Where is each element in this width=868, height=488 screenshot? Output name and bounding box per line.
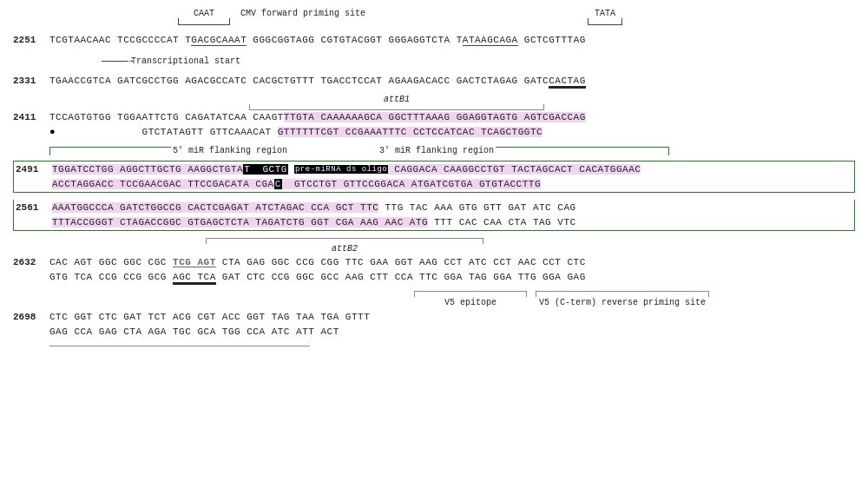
seq-text-2698a: CTC GGT CTC GAT TCT ACG CGT ACC GGT TAG … [49, 310, 370, 325]
transcriptional-start-label: Transcriptional start [131, 56, 240, 66]
tata-annotation: TATA [588, 9, 622, 25]
cmv-label: CMV forward priming site [240, 9, 365, 18]
v5-annotation-row: V5 epitope V5 (C-term) reverse priming s… [49, 291, 855, 308]
attb1-row: attB1 [49, 95, 855, 110]
seq-line-2491b: ACCTAGGACC TCCGAACGAC TTCCGACATA CGAC GT… [52, 177, 852, 192]
seq-num-2561: 2561 [16, 201, 49, 215]
seq-line-2698b: GAG CCA GAG CTA AGA TGC GCA TGG CCA ATC … [49, 325, 855, 340]
seq-text-2491b: ACCTAGGACC TCCGAACGAC TTCCGACATA CGAC GT… [52, 177, 541, 192]
seq-block-2331: 2331 TGAACCGTCA GATCGCCTGG AGACGCCATC CA… [13, 74, 855, 89]
five-prime-mir-label: 5' miR flanking region [173, 146, 287, 155]
caat-label: CAAT [178, 9, 230, 18]
seq-line-2632b: GTG TCA CCG CCG GCG AGC TCA GAT CTC CCG … [49, 270, 855, 285]
seq-num-2632: 2632 [13, 255, 46, 270]
seq-block-2251: 2251 TCGTAACAAC TCCGCCCCAT TGACGCAAAT GG… [13, 33, 855, 48]
seq-text-2698b: GAG CCA GAG CTA AGA TGC GCA TGG CCA ATC … [49, 325, 339, 340]
seq-block-2698: 2698 CTC GGT CTC GAT TCT ACG CGT ACC GGT… [13, 310, 855, 339]
seq-num-2698: 2698 [13, 310, 46, 325]
seq-line-2632a: 2632 CAC AGT GGC GGC CGC TCG AGT CTA GAG… [13, 255, 855, 270]
seq-text-2632a: CAC AGT GGC GGC CGC TCG AGT CTA GAG GGC … [49, 255, 586, 270]
seq-line-2411a: 2411 TCCAGTGTGG TGGAATTCTG CAGATATCAA CA… [13, 110, 855, 125]
seq-block-2411: 2411 TCCAGTGTGG TGGAATTCTG CAGATATCAA CA… [13, 110, 855, 139]
attb2-row: attB2 [49, 238, 855, 254]
attb1-label: attB1 [249, 95, 544, 104]
seq-block-2491: 2491 TGGATCCTGG AGGCTTGCTG AAGGCTGTAT GC… [13, 161, 855, 193]
seq-text-2411a: TCCAGTGTGG TGGAATTCTG CAGATATCAA CAAGTTT… [49, 110, 586, 125]
seq-block-2632: 2632 CAC AGT GGC GGC CGC TCG AGT CTA GAG… [13, 255, 855, 284]
seq-line-2411b: ● GTCTATAGTT GTTCAAACAT GTTTTTTCGT CCGAA… [49, 125, 855, 140]
three-prime-mir-label: 3' miR flanking region [379, 146, 494, 155]
seq-line-2491a: 2491 TGGATCCTGG AGGCTTGCTG AAGGCTGTAT GC… [16, 162, 852, 177]
v5-cterm-label: V5 (C-term) reverse priming site [539, 298, 706, 307]
caat-annotation: CAAT [178, 9, 230, 25]
seq-text-2561a: AAATGGCCCA GATCTGGCCG CACTCGAGAT ATCTAGA… [52, 201, 576, 215]
seq-num-2331: 2331 [13, 74, 46, 89]
transcriptional-start-row: → Transcriptional start [49, 55, 855, 74]
seq-line-2561b: TTTACCGGGT CTAGACCGGC GTGAGCTCTA TAGATCT… [52, 215, 852, 230]
seq-line-2561a: 2561 AAATGGCCCA GATCTGGCCG CACTCGAGAT AT… [16, 201, 852, 215]
mir-label-row: 5' miR flanking region 3' miR flanking r… [49, 146, 855, 160]
seq-line-2331: 2331 TGAACCGTCA GATCGCCTGG AGACGCCATC CA… [13, 74, 855, 89]
sequence-map: CAAT CMV forward priming site TATA 2251 … [13, 9, 855, 346]
seq-text-2491a: TGGATCCTGG AGGCTTGCTG AAGGCTGTAT GCTG pr… [52, 162, 641, 177]
seq-num-2251: 2251 [13, 33, 46, 48]
bottom-bracket-2698 [49, 346, 310, 346]
seq-text-2331: TGAACCGTCA GATCGCCTGG AGACGCCATC CACGCTG… [49, 74, 586, 89]
seq-line-2698a: 2698 CTC GGT CTC GAT TCT ACG CGT ACC GGT… [13, 310, 855, 325]
seq-text-2251: TCGTAACAAC TCCGCCCCAT TGACGCAAAT GGGCGGT… [49, 33, 586, 48]
attb2-label: attB2 [206, 244, 483, 254]
seq-num-2411: 2411 [13, 110, 46, 125]
seq-text-2411b: ● GTCTATAGTT GTTCAAACAT GTTTTTTCGT CCGAA… [49, 125, 542, 140]
seq-num-2491: 2491 [16, 162, 49, 177]
seq-line-2251: 2251 TCGTAACAAC TCCGCCCCAT TGACGCAAAT GG… [13, 33, 855, 48]
seq-text-2632b: GTG TCA CCG CCG GCG AGC TCA GAT CTC CCG … [49, 270, 586, 285]
seq-block-2561: 2561 AAATGGCCCA GATCTGGCCG CACTCGAGAT AT… [13, 200, 855, 231]
tata-label: TATA [588, 9, 622, 18]
v5-epitope-label: V5 epitope [444, 298, 496, 307]
seq-text-2561b: TTTACCGGGT CTAGACCGGC GTGAGCTCTA TAGATCT… [52, 215, 576, 230]
